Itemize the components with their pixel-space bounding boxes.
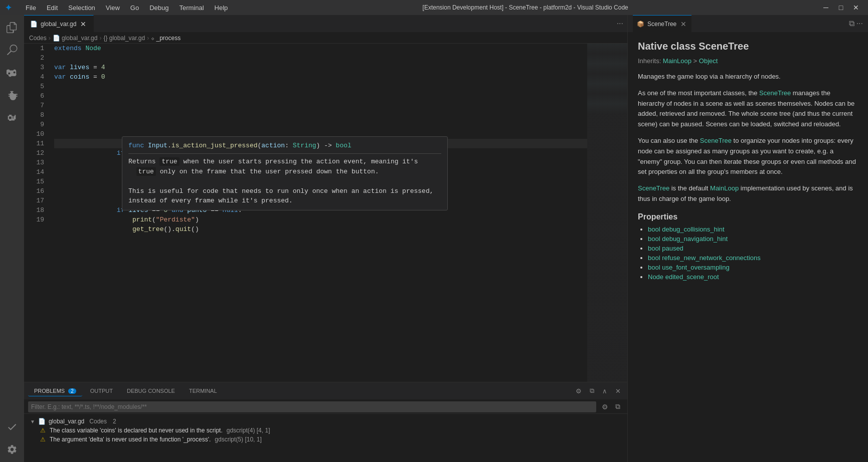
filter-copy-icon[interactable]: ⧉ (612, 401, 623, 412)
hover-body: Returns true when the user starts pressi… (128, 157, 441, 206)
menu-edit[interactable]: Edit (43, 3, 62, 13)
scenetree-link-3[interactable]: SceneTree (638, 184, 669, 192)
bottom-panel: PROBLEMS 2 OUTPUT DEBUG CONSOLE TERMINAL… (24, 382, 627, 462)
group-count: 2 (113, 418, 116, 425)
group-filename: global_var.gd (49, 418, 84, 425)
prop-link-5[interactable]: bool use_font_oversampling (648, 264, 730, 271)
menu-selection[interactable]: Selection (64, 3, 99, 13)
bottom-controls: ⚙ ⧉ ∧ ✕ (573, 385, 623, 396)
close-panel-button[interactable]: ✕ (612, 385, 623, 396)
bottom-panel-tabs: PROBLEMS 2 OUTPUT DEBUG CONSOLE TERMINAL… (24, 382, 627, 400)
side-panel-content: Native class SceneTree Inherits: MainLoo… (628, 33, 868, 462)
code-editor[interactable]: 1 2 3 4 5 6 7 8 9 10 11 12 13 14 15 16 1 (24, 44, 627, 382)
short-desc: Manages the game loop via a hierarchy of… (638, 72, 858, 82)
filter-icon[interactable]: ⚙ (573, 385, 584, 396)
tab-output[interactable]: OUTPUT (84, 386, 119, 396)
tab-debug-console[interactable]: DEBUG CONSOLE (121, 386, 181, 396)
scenetree-link-2[interactable]: SceneTree (700, 137, 732, 144)
search-activity-icon[interactable] (2, 40, 22, 60)
prop-link-1[interactable]: bool debug_collisions_hint (648, 225, 725, 233)
breadcrumb-file[interactable]: 📄 global_var.gd (53, 35, 98, 42)
prop-link-4[interactable]: bool refuse_new_network_connections (648, 254, 761, 262)
explorer-activity-icon[interactable] (2, 18, 22, 38)
extensions-activity-icon[interactable] (2, 108, 22, 128)
editor-area: 📄 global_var.gd ✕ ··· Codes › 📄 global_v… (24, 15, 627, 462)
collapse-icon[interactable]: ∧ (599, 385, 610, 396)
code-line-5 (54, 82, 620, 91)
close-button[interactable]: ✕ (849, 3, 863, 13)
prop-link-2[interactable]: bool debug_navigation_hint (648, 235, 728, 243)
breadcrumb-codes[interactable]: Codes (29, 35, 47, 42)
expand-icon: ▼ (30, 419, 35, 424)
title-bar-menu: File Edit Selection View Go Debug Termin… (22, 3, 232, 13)
prop-link-6[interactable]: Node edited_scene_root (648, 273, 719, 281)
menu-view[interactable]: View (102, 3, 124, 13)
problem-source-1: gdscript(4) [4, 1] (227, 427, 270, 434)
problems-group-header[interactable]: ▼ 📄 global_var.gd Codes 2 (28, 417, 623, 426)
code-line-3: var lives = 4 (54, 63, 620, 72)
code-line-6 (54, 91, 620, 101)
property-3: bool paused (648, 245, 858, 252)
tab-close-button[interactable]: ✕ (79, 20, 87, 28)
tab-terminal[interactable]: TERMINAL (183, 386, 223, 396)
problem-text-1: The class variable 'coins' is declared b… (50, 427, 223, 434)
side-panel-controls: ⧉ ··· (849, 19, 863, 28)
group-folder: Codes (89, 418, 107, 425)
tab-filename: global_var.gd (41, 21, 76, 28)
source-control-activity-icon[interactable] (2, 63, 22, 83)
mainloop-link-3[interactable]: MainLoop (710, 184, 739, 192)
vscode-logo: ✦ (5, 3, 12, 13)
long-desc-2: You can also use the SceneTree to organi… (638, 136, 858, 177)
doc-title: Native class SceneTree (638, 41, 858, 52)
problems-filter-input[interactable] (28, 401, 596, 412)
breadcrumb-function[interactable]: ⬦ _process (151, 35, 181, 42)
side-panel-split-icon[interactable]: ⧉ (849, 19, 854, 28)
problems-group: ▼ 📄 global_var.gd Codes 2 ⚠ The class va… (24, 416, 627, 445)
breadcrumb: Codes › 📄 global_var.gd › {} global_var.… (24, 33, 627, 44)
property-4: bool refuse_new_network_connections (648, 254, 858, 262)
debug-activity-icon[interactable] (2, 85, 22, 105)
problems-badge: 2 (68, 388, 76, 394)
testing-activity-icon[interactable] (2, 417, 22, 437)
breadcrumb-class[interactable]: {} global_var.gd (103, 35, 145, 42)
prop-link-3[interactable]: bool paused (648, 245, 683, 252)
side-panel-header: 📦 SceneTree ✕ ⧉ ··· (628, 15, 868, 33)
tab-problems[interactable]: PROBLEMS 2 (28, 386, 82, 396)
menu-file[interactable]: File (22, 3, 40, 13)
code-line-8 (54, 110, 620, 120)
problem-item-2[interactable]: ⚠ The argument 'delta' is never used in … (28, 435, 623, 444)
side-panel-tab[interactable]: 📦 SceneTree ✕ (633, 15, 691, 33)
maximize-button[interactable]: □ (834, 3, 848, 13)
menu-debug[interactable]: Debug (145, 3, 172, 13)
tab-bar: 📄 global_var.gd ✕ ··· (24, 15, 627, 33)
menu-go[interactable]: Go (126, 3, 143, 13)
filter-settings-icon[interactable]: ⚙ (599, 401, 610, 412)
inherits-object-link[interactable]: Object (699, 57, 718, 65)
menu-help[interactable]: Help (211, 3, 232, 13)
settings-activity-icon[interactable] (2, 439, 22, 459)
tab-more-button[interactable]: ··· (613, 19, 627, 28)
hover-signature: func Input.is_action_just_pressed(action… (128, 141, 441, 154)
properties-list: bool debug_collisions_hint bool debug_na… (638, 225, 858, 281)
code-content[interactable]: extends Node var lives = 4 var coins = 0… (49, 44, 620, 382)
property-2: bool debug_navigation_hint (648, 235, 858, 243)
properties-title: Properties (638, 212, 858, 221)
editor-tab-global-var[interactable]: 📄 global_var.gd ✕ (24, 15, 94, 33)
problem-text-2: The argument 'delta' is never used in th… (50, 436, 211, 443)
menu-terminal[interactable]: Terminal (175, 3, 208, 13)
code-line-4: var coins = 0 (54, 72, 620, 82)
scenetree-link-1[interactable]: SceneTree (759, 89, 791, 97)
problem-item-1[interactable]: ⚠ The class variable 'coins' is declared… (28, 426, 623, 435)
editor-panel-split: 1 2 3 4 5 6 7 8 9 10 11 12 13 14 15 16 1 (24, 44, 627, 462)
inherits-mainloop-link[interactable]: MainLoop (663, 57, 691, 65)
copy-icon[interactable]: ⧉ (586, 385, 597, 396)
long-desc-1: As one of the most important classes, th… (638, 88, 858, 130)
code-line-7 (54, 101, 620, 110)
property-5: bool use_font_oversampling (648, 264, 858, 271)
property-1: bool debug_collisions_hint (648, 225, 858, 233)
minimize-button[interactable]: ─ (819, 3, 833, 13)
side-panel-more-icon[interactable]: ··· (856, 19, 863, 28)
code-line-1: extends Node (54, 44, 620, 53)
side-panel-close-button[interactable]: ✕ (679, 20, 687, 28)
long-desc-3: SceneTree is the default MainLoop implem… (638, 183, 858, 204)
